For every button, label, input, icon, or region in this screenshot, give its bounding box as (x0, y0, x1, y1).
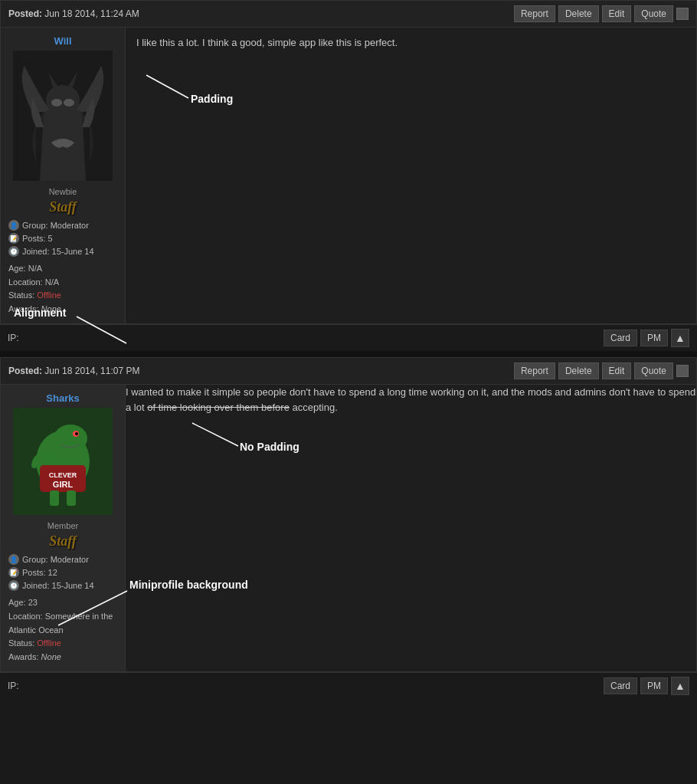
svg-point-9 (64, 99, 74, 107)
delete-button-2[interactable]: Delete (558, 362, 599, 379)
report-button-2[interactable]: Report (514, 362, 555, 379)
dino-avatar-svg: CLEVER GIRL (13, 408, 113, 515)
post-1-date: Posted: Jun 18 2014, 11:24 AM (8, 8, 139, 19)
svg-point-5 (46, 85, 80, 116)
svg-rect-25 (67, 490, 76, 506)
svg-point-18 (54, 425, 87, 452)
post-2-body: No Padding Miniprofile background Sharks (1, 385, 696, 671)
post-1-header: Posted: Jun 18 2014, 11:24 AM Report Del… (1, 1, 696, 28)
post-2-joined: 🕐 Joined: 15-June 14 (8, 580, 117, 591)
posted-label: Posted: (8, 8, 42, 19)
footer-1-wrapper: Alignment IP: Card PM ▲ (0, 324, 697, 351)
joined-icon-1: 🕐 (8, 246, 19, 257)
posts-icon-1: 📝 (8, 233, 19, 244)
post-1-username[interactable]: Will (54, 35, 72, 47)
post-1-content: I like this a lot. I think a good, simpl… (126, 28, 696, 323)
card-button-1[interactable]: Card (604, 330, 637, 346)
up-arrow-1[interactable]: ▲ (671, 329, 689, 347)
select-checkbox-2[interactable] (676, 365, 689, 377)
post-2-rank: Member (47, 521, 78, 530)
post-1-miniprofile: Will (1, 28, 126, 323)
joined-icon-2: 🕐 (8, 580, 19, 591)
post-1-joined: 🕐 Joined: 15-June 14 (8, 246, 117, 257)
svg-text:CLEVER: CLEVER (49, 471, 77, 479)
page-wrapper: Posted: Jun 18 2014, 11:24 AM Report Del… (0, 0, 697, 699)
post-2-avatar: CLEVER GIRL (13, 408, 113, 515)
post-1-avatar (13, 51, 113, 181)
post-2-posts: 📝 Posts: 12 (8, 567, 117, 578)
post-2-header: Posted: Jun 18 2014, 11:07 PM Report Del… (1, 358, 696, 385)
separator (0, 351, 697, 357)
quote-button-1[interactable]: Quote (634, 5, 673, 22)
post-1-body: Padding Will (1, 28, 696, 323)
post-2: Posted: Jun 18 2014, 11:07 PM Report Del… (0, 357, 697, 672)
quote-button-2[interactable]: Quote (634, 362, 673, 379)
post-1-group: 👤 Group: Moderator (8, 220, 117, 231)
post-2-staff: Staff (49, 533, 77, 549)
post-2-username[interactable]: Sharks (46, 392, 79, 404)
post-2-actions: Report Delete Edit Quote (514, 362, 689, 379)
svg-text:GIRL: GIRL (53, 480, 74, 489)
posts-icon-2: 📝 (8, 567, 19, 578)
footer-1: IP: Card PM ▲ (0, 324, 697, 351)
post-2-group: 👤 Group: Moderator (8, 554, 117, 565)
edit-button-2[interactable]: Edit (602, 362, 632, 379)
post-1-extra: Age: N/A Location: N/A Status: Offline A… (8, 262, 117, 316)
post-1-rank: Newbie (49, 187, 77, 196)
edit-button-1[interactable]: Edit (602, 5, 632, 22)
posted-label-2: Posted: (8, 366, 42, 376)
card-button-2[interactable]: Card (604, 677, 637, 694)
post-1-posts: 📝 Posts: 5 (8, 233, 117, 244)
post-1: Posted: Jun 18 2014, 11:24 AM Report Del… (0, 0, 697, 324)
ip-label-2: IP: (8, 681, 19, 691)
up-arrow-2[interactable]: ▲ (671, 677, 689, 695)
svg-rect-24 (50, 490, 59, 506)
post-2-date-value: Jun 18 2014, 11:07 PM (44, 366, 139, 376)
svg-point-8 (51, 99, 62, 107)
post-2-text: I wanted to make it simple so people don… (126, 385, 696, 415)
pm-button-1[interactable]: PM (640, 330, 668, 346)
svg-point-20 (75, 432, 78, 435)
post-2-date: Posted: Jun 18 2014, 11:07 PM (8, 366, 139, 376)
select-checkbox-1[interactable] (676, 8, 689, 20)
footer-2-buttons: Card PM ▲ (604, 677, 689, 695)
post-2-content: I wanted to make it simple so people don… (126, 385, 696, 671)
report-button-1[interactable]: Report (514, 5, 555, 22)
post-1-text: I like this a lot. I think a good, simpl… (136, 35, 686, 51)
pm-button-2[interactable]: PM (640, 677, 668, 694)
footer-1-buttons: Card PM ▲ (604, 329, 689, 347)
batman-avatar-svg (13, 51, 113, 181)
post-2-header-left: Posted: Jun 18 2014, 11:07 PM (8, 366, 139, 376)
post-1-date-value: Jun 18 2014, 11:24 AM (44, 8, 139, 19)
ip-label-1: IP: (8, 333, 19, 343)
post-2-extra: Age: 23 Location: Somewhere in the Atlan… (8, 596, 117, 664)
delete-button-1[interactable]: Delete (558, 5, 599, 22)
group-icon-1: 👤 (8, 220, 19, 231)
group-icon-2: 👤 (8, 554, 19, 565)
post-2-miniprofile: Sharks (1, 385, 126, 671)
post-1-header-left: Posted: Jun 18 2014, 11:24 AM (8, 8, 139, 19)
footer-2: IP: Card PM ▲ (0, 672, 697, 699)
post-1-actions: Report Delete Edit Quote (514, 5, 689, 22)
post-1-staff: Staff (49, 199, 77, 215)
